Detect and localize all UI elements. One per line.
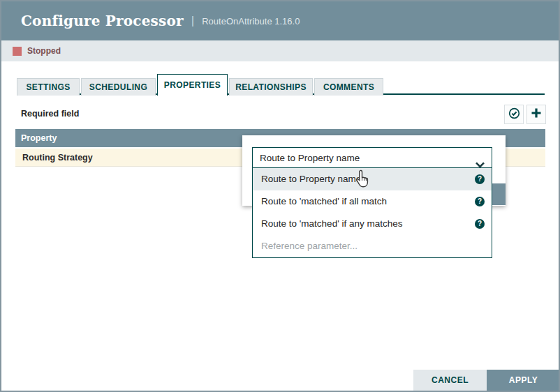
stopped-icon <box>13 47 22 56</box>
tab-scheduling[interactable]: SCHEDULING <box>81 78 156 96</box>
cancel-button[interactable]: CANCEL <box>413 370 487 391</box>
option-route-to-property-name[interactable]: Route to Property name ? <box>253 168 492 190</box>
add-property-button[interactable] <box>526 105 546 124</box>
help-icon[interactable]: ? <box>475 219 485 229</box>
tab-relationships[interactable]: RELATIONSHIPS <box>229 78 313 96</box>
required-field-label: Required field <box>21 109 79 119</box>
tab-properties[interactable]: PROPERTIES <box>157 74 228 96</box>
title-separator: | <box>191 14 194 28</box>
configure-processor-dialog: Configure Processor | RouteOnAttribute 1… <box>0 0 560 392</box>
tab-bar: SETTINGS SCHEDULING PROPERTIES RELATIONS… <box>17 74 385 96</box>
help-icon[interactable]: ? <box>475 174 485 184</box>
option-route-matched-any[interactable]: Route to 'matched' if any matches ? <box>253 213 492 235</box>
option-label: Route to 'matched' if any matches <box>261 218 403 229</box>
verify-properties-button[interactable] <box>504 105 524 124</box>
help-icon[interactable]: ? <box>475 197 485 206</box>
option-reference-parameter[interactable]: Reference parameter... <box>253 235 492 257</box>
routing-strategy-combo[interactable]: Route to Property name <box>252 147 492 169</box>
status-bar: Stopped <box>1 40 559 61</box>
option-label: Reference parameter... <box>261 241 358 251</box>
option-route-matched-all[interactable]: Route to 'matched' if all match ? <box>253 190 492 213</box>
check-circle-icon <box>508 107 520 122</box>
processor-name-version: RouteOnAttribute 1.16.0 <box>202 16 300 27</box>
dialog-title: Configure Processor <box>21 13 184 29</box>
combo-selected-value: Route to Property name <box>260 153 360 163</box>
apply-button[interactable]: APPLY <box>487 370 560 391</box>
option-label: Route to 'matched' if all match <box>261 196 387 206</box>
plus-icon <box>531 107 542 121</box>
tab-settings[interactable]: SETTINGS <box>17 78 80 96</box>
tab-comments[interactable]: COMMENTS <box>314 78 383 96</box>
dialog-header: Configure Processor | RouteOnAttribute 1… <box>1 1 559 40</box>
option-label: Route to Property name <box>261 174 361 184</box>
combo-options-list: Route to Property name ? Route to 'match… <box>252 167 492 258</box>
status-label: Stopped <box>27 46 61 56</box>
